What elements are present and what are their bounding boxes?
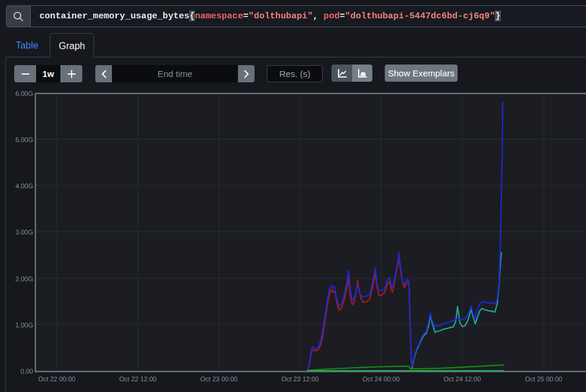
svg-text:Oct 23 00:00: Oct 23 00:00 — [201, 375, 238, 383]
svg-text:Oct 24 12:00: Oct 24 12:00 — [444, 375, 481, 383]
svg-text:Oct 22 00:00: Oct 22 00:00 — [38, 375, 76, 383]
svg-text:Oct 22 12:00: Oct 22 12:00 — [120, 375, 157, 383]
svg-text:Oct 24 00:00: Oct 24 00:00 — [363, 375, 400, 383]
svg-text:1.00G: 1.00G — [15, 322, 33, 329]
svg-text:0.00: 0.00 — [21, 368, 33, 375]
svg-text:Oct 23 12:00: Oct 23 12:00 — [282, 375, 319, 383]
svg-text:2.00G: 2.00G — [15, 275, 33, 282]
svg-text:5.00G: 5.00G — [15, 136, 33, 143]
svg-text:4.00G: 4.00G — [15, 182, 33, 189]
svg-text:6.00G: 6.00G — [15, 90, 33, 97]
svg-text:Oct 25 00:00: Oct 25 00:00 — [525, 375, 562, 383]
svg-text:3.00G: 3.00G — [15, 229, 33, 236]
